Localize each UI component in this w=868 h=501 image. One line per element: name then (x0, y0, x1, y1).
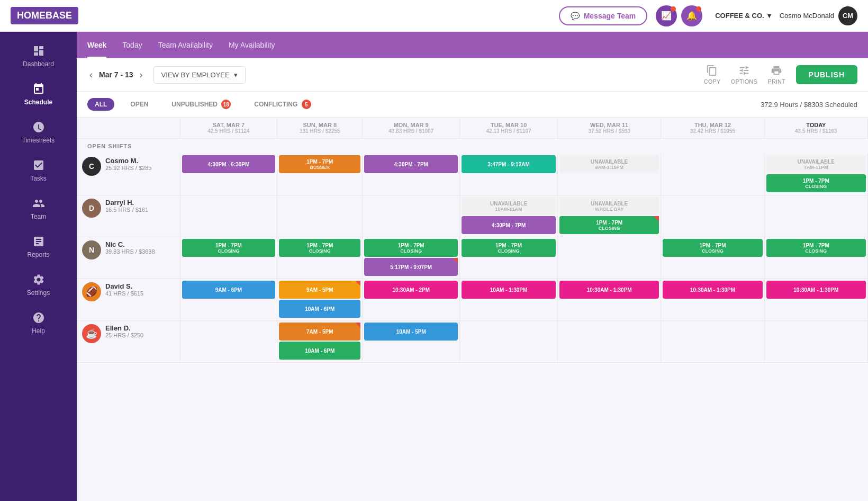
tab-today[interactable]: Today (122, 33, 142, 57)
shift-block[interactable]: 7AM - 5PM (279, 323, 360, 341)
shift-cell[interactable]: 1PM - 7PM BUSSER (277, 154, 363, 195)
analytics-button[interactable]: 📈 (656, 5, 677, 26)
shift-cell[interactable]: 4:30PM - 7PM (363, 154, 460, 195)
shift-block[interactable]: UNAVAILABLE 7AM-11PM (766, 155, 866, 173)
shift-cell[interactable] (764, 321, 867, 363)
sidebar-item-timesheets[interactable]: Timesheets (0, 113, 77, 151)
tab-my-availability[interactable]: My Availability (229, 33, 275, 57)
shift-cell[interactable]: 10:30AM - 1:30PM (558, 279, 661, 321)
shift-cell[interactable]: 9AM - 5PM 10AM - 6PM (277, 279, 363, 321)
top-nav: HOMEBASE 💬 Message Team 📈 🔔 COFFEE & CO.… (0, 0, 868, 32)
tab-team-availability[interactable]: Team Availability (158, 33, 213, 57)
shift-block[interactable]: 10:30AM - 1:30PM (559, 281, 659, 299)
filter-conflicting-button[interactable]: CONFLICTING 5 (247, 97, 318, 112)
sidebar-item-reports[interactable]: Reports (0, 228, 77, 266)
shift-cell[interactable] (180, 195, 277, 237)
logo: HOMEBASE (11, 7, 78, 24)
print-action[interactable]: PRINT (768, 65, 785, 85)
shift-cell[interactable] (661, 321, 764, 363)
next-week-button[interactable]: › (138, 67, 145, 83)
company-selector[interactable]: COFFEE & CO. ▾ (715, 12, 771, 20)
shift-block[interactable]: UNAVAILABLE WHOLE DAY (559, 197, 659, 215)
conflict-flag (355, 323, 360, 328)
shift-cell[interactable] (363, 195, 460, 237)
shift-block[interactable]: 1PM - 7PM CLOSING (559, 216, 659, 234)
shift-block[interactable]: 10AM - 6PM (279, 342, 360, 360)
shift-block[interactable]: 10AM - 1:30PM (462, 281, 556, 299)
shift-block[interactable]: 10:30AM - 1:30PM (663, 281, 762, 299)
publish-button[interactable]: PUBLISH (796, 65, 857, 84)
shift-block[interactable]: 10:30AM - 1:30PM (766, 281, 866, 299)
shift-block[interactable]: 1PM - 7PM CLOSING (279, 239, 360, 257)
shift-cell[interactable]: UNAVAILABLE 7AM-11PM 1PM - 7PM CLOSING (764, 154, 867, 195)
sidebar-item-tasks[interactable]: Tasks (0, 151, 77, 190)
shift-block[interactable]: 1PM - 7PM BUSSER (279, 155, 360, 173)
message-team-button[interactable]: 💬 Message Team (559, 6, 648, 25)
shift-block[interactable]: 9AM - 6PM (182, 281, 276, 299)
shift-cell[interactable]: 10AM - 5PM (363, 321, 460, 363)
shift-cell[interactable]: 1PM - 7PM CLOSING (460, 237, 558, 279)
shift-block[interactable]: 5:17PM - 9:07PM (364, 258, 458, 276)
notifications-button[interactable]: 🔔 (681, 5, 702, 26)
shift-cell[interactable]: 1PM - 7PM CLOSING (661, 237, 764, 279)
shift-cell[interactable] (661, 154, 764, 195)
shift-cell[interactable]: 10:30AM - 2PM (363, 279, 460, 321)
shift-cell[interactable]: 3:47PM - 9:12AM (460, 154, 558, 195)
copy-action[interactable]: COPY (704, 65, 720, 85)
shift-cell[interactable]: 1PM - 7PM CLOSING (764, 237, 867, 279)
tab-week[interactable]: Week (87, 33, 106, 58)
grid-header: SAT, MAR 7 42.5 HRS / $1124 SUN, MAR 8 1… (77, 118, 868, 139)
shift-cell[interactable]: UNAVAILABLE WHOLE DAY 1PM - 7PM CLOSING (558, 195, 661, 237)
shift-cell[interactable] (460, 321, 558, 363)
shift-cell[interactable] (558, 237, 661, 279)
shift-block[interactable]: 9AM - 5PM (279, 281, 360, 299)
shift-block[interactable]: 3:47PM - 9:12AM (462, 155, 556, 173)
shift-cell[interactable]: 7AM - 5PM 10AM - 6PM (277, 321, 363, 363)
shift-cell[interactable]: UNAVAILABLE 9AM-3:15PM (558, 154, 661, 195)
sidebar-item-help[interactable]: Help (0, 304, 77, 342)
sidebar-item-schedule[interactable]: Schedule (0, 75, 77, 113)
shift-cell[interactable]: 10:30AM - 1:30PM (764, 279, 867, 321)
filter-open-button[interactable]: OPEN (123, 98, 156, 111)
shift-block[interactable]: 1PM - 7PM CLOSING (766, 174, 866, 192)
shift-block[interactable]: 10:30AM - 2PM (364, 281, 458, 299)
shift-cell[interactable] (277, 195, 363, 237)
shift-cell[interactable] (764, 195, 867, 237)
employee-nic: N Nic C. 39.83 HRS / $3638 (77, 237, 180, 279)
shift-cell[interactable]: 10:30AM - 1:30PM (661, 279, 764, 321)
shift-cell[interactable] (180, 321, 277, 363)
user-info: Cosmo McDonald CM (780, 6, 857, 25)
shift-block[interactable]: UNAVAILABLE 9AM-3:15PM (559, 155, 659, 173)
view-selector[interactable]: VIEW BY EMPLOYEE ▾ (153, 66, 246, 84)
shift-cell[interactable] (558, 321, 661, 363)
shift-cell[interactable]: 9AM - 6PM (180, 279, 277, 321)
shift-block[interactable]: 1PM - 7PM CLOSING (462, 239, 556, 257)
filter-unpublished-button[interactable]: UNPUBLISHED 18 (164, 97, 238, 112)
shift-block[interactable]: 4:30PM - 7PM (364, 155, 458, 173)
filter-all-button[interactable]: ALL (87, 98, 114, 111)
shift-block[interactable]: 1PM - 7PM CLOSING (766, 239, 866, 257)
shift-cell[interactable]: 1PM - 7PM CLOSING (180, 237, 277, 279)
header-thu: THU, MAR 12 32.42 HRS / $1055 (661, 118, 764, 139)
shift-cell[interactable]: 10AM - 1:30PM (460, 279, 558, 321)
sidebar: Dashboard Schedule Timesheets Tasks Team… (0, 32, 77, 501)
shift-block[interactable]: 10AM - 5PM (364, 323, 458, 341)
shift-cell[interactable]: 4:30PM - 6:30PM (180, 154, 277, 195)
avatar: ☕ (82, 324, 101, 343)
shift-block[interactable]: 1PM - 7PM CLOSING (182, 239, 276, 257)
shift-block[interactable]: 4:30PM - 6:30PM (182, 155, 276, 173)
sidebar-item-team[interactable]: Team (0, 190, 77, 228)
sidebar-item-settings[interactable]: Settings (0, 266, 77, 304)
shift-block[interactable]: 1PM - 7PM CLOSING (663, 239, 762, 257)
shift-block[interactable]: UNAVAILABLE 10AM-11AM (462, 197, 556, 215)
options-action[interactable]: OPTIONS (731, 65, 757, 85)
shift-cell[interactable]: 1PM - 7PM CLOSING (277, 237, 363, 279)
shift-block[interactable]: 10AM - 6PM (279, 300, 360, 318)
prev-week-button[interactable]: ‹ (87, 67, 95, 83)
shift-cell[interactable]: 1PM - 7PM CLOSING 5:17PM - 9:07PM (363, 237, 460, 279)
shift-cell[interactable] (661, 195, 764, 237)
sidebar-item-dashboard[interactable]: Dashboard (0, 37, 77, 75)
shift-cell[interactable]: UNAVAILABLE 10AM-11AM 4:30PM - 7PM (460, 195, 558, 237)
shift-block[interactable]: 4:30PM - 7PM (462, 216, 556, 234)
shift-block[interactable]: 1PM - 7PM CLOSING (364, 239, 458, 257)
